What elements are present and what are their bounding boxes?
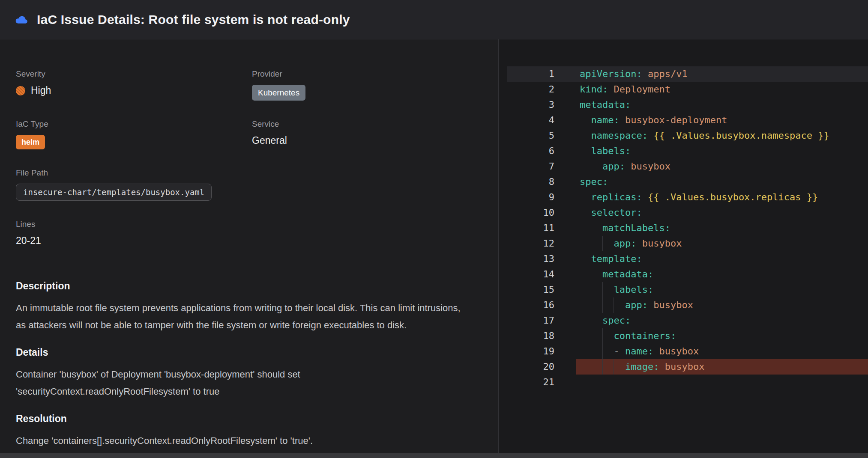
indent-guide bbox=[602, 344, 614, 359]
file-path-chip: insecure-chart/templates/busybox.yaml bbox=[16, 184, 212, 201]
code-line: 17spec: bbox=[507, 313, 868, 328]
indent-guide bbox=[591, 313, 602, 328]
indent-guide bbox=[591, 236, 602, 251]
provider-badge: Kubernetes bbox=[252, 85, 305, 101]
severity-value: High bbox=[16, 85, 252, 96]
provider-field: Provider Kubernetes bbox=[252, 69, 477, 101]
code-token: busybox bbox=[665, 361, 705, 372]
indent-guide bbox=[591, 159, 602, 174]
code-text bbox=[576, 375, 868, 390]
service-value: General bbox=[252, 135, 477, 146]
code-token: containers: bbox=[614, 330, 676, 341]
code-token: name: bbox=[591, 115, 619, 125]
indent-guide bbox=[602, 236, 614, 251]
fields-grid: Severity High Provider Kubernetes IaC Ty… bbox=[16, 69, 477, 168]
line-number: 19 bbox=[507, 344, 576, 359]
description-text: An immutable root file system prevents a… bbox=[16, 300, 470, 334]
code-token: replicas: bbox=[591, 192, 642, 202]
code-token: app: bbox=[602, 161, 625, 172]
code-token: matchLabels: bbox=[602, 223, 670, 233]
code-token: template: bbox=[591, 253, 642, 264]
indent-guide bbox=[591, 359, 602, 375]
line-number: 11 bbox=[507, 220, 576, 236]
code-line: 6labels: bbox=[507, 143, 868, 159]
indent-guide bbox=[591, 328, 602, 344]
code-line: 5namespace: {{ .Values.busybox.namespace… bbox=[507, 128, 868, 143]
code-token: app: bbox=[614, 238, 636, 249]
line-number: 14 bbox=[507, 267, 576, 282]
code-text: namespace: {{ .Values.busybox.namespace … bbox=[576, 128, 868, 143]
description-section: Description An immutable root file syste… bbox=[16, 280, 477, 334]
code-token bbox=[620, 115, 625, 125]
code-text: apiVersion: apps/v1 bbox=[576, 66, 868, 82]
code-line: 15labels: bbox=[507, 282, 868, 297]
code-line: 2kind: Deployment bbox=[507, 82, 868, 97]
cloud-icon bbox=[13, 13, 30, 27]
indent-guide bbox=[580, 236, 591, 251]
severity-field: Severity High bbox=[16, 69, 252, 101]
line-number: 4 bbox=[507, 113, 576, 128]
line-number: 10 bbox=[507, 205, 576, 220]
code-text: image: busybox bbox=[576, 359, 868, 375]
indent-guide bbox=[614, 359, 625, 375]
indent-guide bbox=[580, 297, 591, 313]
severity-text: High bbox=[31, 85, 51, 96]
lines-value: 20-21 bbox=[16, 235, 477, 247]
line-number: 5 bbox=[507, 128, 576, 143]
code-token: busybox bbox=[659, 346, 699, 357]
code-line: 18containers: bbox=[507, 328, 868, 344]
code-line: 8spec: bbox=[507, 174, 868, 190]
code-token: busybox bbox=[653, 300, 693, 310]
code-token bbox=[625, 161, 631, 172]
code-text: labels: bbox=[576, 143, 868, 159]
code-text: containers: bbox=[576, 328, 868, 344]
indent-guide bbox=[602, 297, 614, 313]
indent-guide bbox=[591, 220, 602, 236]
code-token: image: bbox=[625, 361, 659, 372]
code-token: namespace: bbox=[591, 130, 647, 141]
indent-guide bbox=[580, 113, 591, 128]
line-number: 6 bbox=[507, 143, 576, 159]
code-line: 7app: busybox bbox=[507, 159, 868, 174]
code-token: spec: bbox=[602, 315, 631, 326]
indent-guide bbox=[614, 297, 625, 313]
details-panel: Severity High Provider Kubernetes IaC Ty… bbox=[0, 39, 498, 453]
horizontal-scrollbar[interactable] bbox=[0, 453, 868, 458]
indent-guide bbox=[580, 143, 591, 159]
indent-guide bbox=[580, 313, 591, 328]
code-token bbox=[642, 192, 648, 202]
lines-label: Lines bbox=[16, 220, 477, 229]
line-number: 1 bbox=[507, 66, 576, 82]
resolution-text: Change 'containers[].securityContext.rea… bbox=[16, 432, 470, 449]
indent-guide bbox=[580, 159, 591, 174]
code-token bbox=[648, 130, 653, 141]
iac-type-label: IaC Type bbox=[16, 119, 252, 129]
code-token bbox=[636, 238, 642, 249]
code-text: labels: bbox=[576, 282, 868, 297]
severity-label: Severity bbox=[16, 69, 252, 79]
code-token: apiVersion: bbox=[580, 68, 642, 79]
code-line: 21 bbox=[507, 375, 868, 390]
line-number: 16 bbox=[507, 297, 576, 313]
code-text: app: busybox bbox=[576, 159, 868, 174]
resolution-section: Resolution Change 'containers[].security… bbox=[16, 413, 477, 449]
code-token: name: bbox=[625, 346, 653, 357]
code-token: labels: bbox=[614, 284, 653, 295]
code-token: {{ .Values.busybox.replicas }} bbox=[648, 192, 818, 202]
indent-guide bbox=[602, 328, 614, 344]
code-line: 13template: bbox=[507, 251, 868, 267]
code-line: 14metadata: bbox=[507, 267, 868, 282]
code-line: 3metadata: bbox=[507, 97, 868, 113]
lines-field: Lines 20-21 bbox=[16, 220, 477, 247]
code-text: spec: bbox=[576, 174, 868, 190]
indent-guide bbox=[580, 220, 591, 236]
indent-guide bbox=[580, 282, 591, 297]
resolution-heading: Resolution bbox=[16, 413, 477, 425]
indent-guide bbox=[580, 190, 591, 205]
indent-guide bbox=[591, 297, 602, 313]
line-number: 21 bbox=[507, 375, 576, 390]
indent-guide bbox=[602, 359, 614, 375]
code-text: kind: Deployment bbox=[576, 82, 868, 97]
iac-issue-details-window: IaC Issue Details: Root file system is n… bbox=[0, 0, 868, 458]
code-token: metadata: bbox=[602, 269, 653, 280]
